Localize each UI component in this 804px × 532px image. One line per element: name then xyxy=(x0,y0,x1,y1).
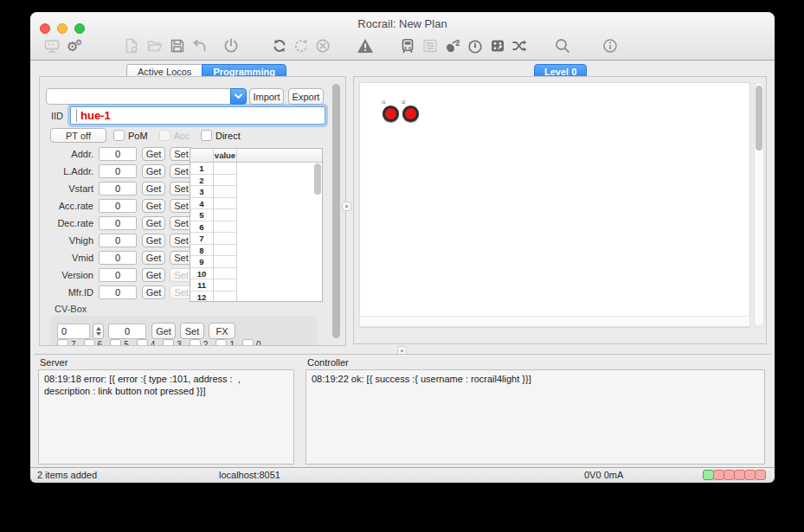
chevron-down-icon[interactable] xyxy=(230,88,247,105)
table-row[interactable]: 1 xyxy=(190,163,322,175)
cv-value-field[interactable]: 0 xyxy=(108,324,146,339)
bit-checkbox[interactable] xyxy=(110,339,121,346)
table-value-cell[interactable] xyxy=(214,292,237,303)
titlebar[interactable]: Rocrail: New Plan ⚙ ⚙ xyxy=(30,12,775,61)
panel-scrollbar-thumb[interactable] xyxy=(332,84,340,338)
decoder-combo[interactable] xyxy=(46,88,247,105)
get-button[interactable]: Get xyxy=(142,268,165,282)
settings-gears-icon[interactable]: ⚙ ⚙ xyxy=(65,35,86,56)
table-value-cell[interactable] xyxy=(214,198,237,210)
table-row[interactable]: 8 xyxy=(190,245,322,257)
info-icon[interactable] xyxy=(600,35,621,56)
cv-parameter-value-field[interactable]: 0 xyxy=(99,147,137,161)
canvas-scrollbar-thumb[interactable] xyxy=(756,86,762,151)
feedback-sensor[interactable]: i1 xyxy=(383,99,400,123)
bit-checkbox[interactable] xyxy=(215,339,227,346)
table-row[interactable]: 9 xyxy=(190,256,322,268)
table-scrollbar[interactable] xyxy=(314,163,321,195)
import-button[interactable]: Import xyxy=(249,88,284,105)
cv-number-field[interactable]: 0 xyxy=(57,324,90,339)
get-button[interactable]: Get xyxy=(142,164,165,178)
get-button[interactable]: Get xyxy=(142,199,165,213)
checkbox-option[interactable]: PoM xyxy=(113,130,148,141)
routes-icon[interactable] xyxy=(509,35,530,56)
get-button[interactable]: Get xyxy=(142,147,165,161)
bit-checkbox[interactable] xyxy=(84,339,95,346)
emergency-stop-icon[interactable] xyxy=(312,35,333,56)
canvas-horizontal-scrollbar[interactable] xyxy=(359,316,750,327)
server-log-text[interactable]: 08:19:18 error: [{ error :{ type :101, a… xyxy=(38,369,294,465)
table-row[interactable]: 7 xyxy=(190,233,322,245)
iid-input[interactable]: hue-1 xyxy=(70,106,325,125)
cv-number-stepper[interactable] xyxy=(93,324,104,339)
cv-get-button[interactable]: Get xyxy=(151,323,176,339)
switch-list-icon[interactable] xyxy=(420,35,441,56)
get-button[interactable]: Get xyxy=(142,251,165,265)
cv-fx-button[interactable]: FX xyxy=(209,323,235,339)
table-value-cell[interactable] xyxy=(214,209,237,221)
feedback-sensor[interactable]: i2 xyxy=(402,99,420,123)
cv-parameter-value-field[interactable]: 0 xyxy=(99,251,137,265)
canvas-vertical-scrollbar[interactable] xyxy=(754,82,764,327)
search-icon[interactable] xyxy=(552,35,573,56)
export-button[interactable]: Export xyxy=(288,88,324,105)
save-plan-icon[interactable] xyxy=(167,35,188,56)
get-button[interactable]: Get xyxy=(142,234,165,247)
sensor-red-circle[interactable] xyxy=(402,106,419,122)
throttle-icon[interactable]: 2 xyxy=(442,35,463,56)
sensor-red-circle[interactable] xyxy=(383,106,399,122)
bit-checkbox[interactable] xyxy=(190,339,201,346)
stepper-down-icon[interactable] xyxy=(96,332,101,336)
reset-icon[interactable] xyxy=(291,35,312,56)
bit-checkbox[interactable] xyxy=(57,339,68,346)
checkbox-option[interactable]: Direct xyxy=(201,130,241,141)
checkbox[interactable] xyxy=(201,130,212,141)
bit-checkbox[interactable] xyxy=(163,339,174,346)
vertical-splitter-grip[interactable] xyxy=(342,202,351,211)
table-value-cell[interactable] xyxy=(214,256,237,268)
table-value-cell[interactable] xyxy=(214,279,237,292)
controller-log-text[interactable]: 08:19:22 ok: [{ success :{ username : ro… xyxy=(306,369,765,465)
switch-panel-icon[interactable] xyxy=(487,35,508,56)
cv-parameter-value-field[interactable]: 0 xyxy=(99,285,137,299)
clock-icon[interactable] xyxy=(465,35,486,56)
locos-icon[interactable] xyxy=(397,35,418,56)
panel-scrollbar[interactable] xyxy=(332,84,340,338)
table-row[interactable]: 6 xyxy=(190,221,322,234)
new-plan-icon[interactable] xyxy=(121,35,142,56)
bit-checkbox[interactable] xyxy=(242,339,254,346)
track-plan-canvas[interactable]: i1 i2 xyxy=(359,82,750,328)
bit-checkbox[interactable] xyxy=(137,339,148,346)
auto-mode-icon[interactable] xyxy=(269,35,290,56)
get-button[interactable]: Get xyxy=(142,285,165,299)
get-button[interactable]: Get xyxy=(142,216,165,230)
pt-off-button[interactable]: PT off xyxy=(50,128,106,143)
table-value-cell[interactable] xyxy=(214,175,237,187)
table-value-cell[interactable] xyxy=(214,186,237,198)
power-icon[interactable] xyxy=(221,35,241,56)
table-value-cell[interactable] xyxy=(214,268,237,280)
table-row[interactable]: 2 xyxy=(190,175,322,187)
cv-parameter-value-field[interactable]: 0 xyxy=(99,199,137,213)
checkbox-option[interactable]: Acc xyxy=(159,130,190,141)
cv-parameter-value-field[interactable]: 0 xyxy=(99,268,137,282)
table-row[interactable]: 5 xyxy=(190,209,322,221)
get-button[interactable]: Get xyxy=(142,182,165,195)
table-value-cell[interactable] xyxy=(214,163,237,175)
cv-parameter-value-field[interactable]: 0 xyxy=(99,164,137,178)
undo-icon[interactable] xyxy=(190,35,210,56)
cv-parameter-value-field[interactable]: 0 xyxy=(99,234,137,247)
table-row[interactable]: 11 xyxy=(190,279,322,292)
cv-set-button[interactable]: Set xyxy=(180,323,204,339)
cv-value-table[interactable]: value 1 2 3 xyxy=(190,148,323,302)
table-value-cell[interactable] xyxy=(214,245,237,257)
cv-parameter-value-field[interactable]: 0 xyxy=(99,182,137,195)
table-row[interactable]: 3 xyxy=(190,186,322,198)
table-value-cell[interactable] xyxy=(214,221,237,234)
table-row[interactable]: 12 xyxy=(190,292,322,303)
table-row[interactable]: 10 xyxy=(190,268,322,280)
table-value-cell[interactable] xyxy=(214,233,237,245)
table-row[interactable]: 4 xyxy=(190,198,322,210)
checkbox[interactable] xyxy=(113,130,125,141)
checkbox[interactable] xyxy=(159,130,170,141)
